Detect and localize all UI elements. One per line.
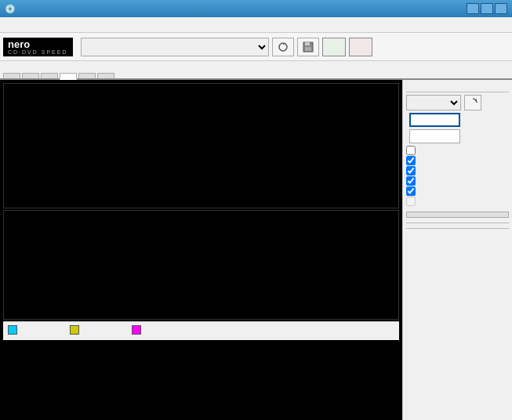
- titlebar-title-area: 💿: [5, 4, 19, 14]
- top-chart: [3, 83, 399, 208]
- drive-select[interactable]: [81, 38, 269, 56]
- end-mb-input[interactable]: [409, 129, 460, 143]
- pi-errors-header: [8, 325, 53, 335]
- titlebar-controls: [467, 3, 507, 14]
- tab-advanced-disc-quality[interactable]: [78, 73, 96, 78]
- svg-rect-3: [305, 47, 311, 51]
- tab-benchmark[interactable]: [3, 73, 20, 78]
- show-c2pif-checkbox[interactable]: [406, 166, 416, 176]
- tabs-bar: [0, 61, 512, 80]
- exit-button[interactable]: [349, 38, 372, 56]
- save-button[interactable]: [297, 38, 319, 56]
- menu-extra[interactable]: [34, 24, 44, 27]
- app-icon: 💿: [5, 4, 16, 14]
- toolbar: nero CD·DVD SPEED: [0, 33, 512, 61]
- charts-area: [0, 80, 402, 420]
- main-content: [0, 80, 512, 420]
- minimize-button[interactable]: [467, 3, 479, 14]
- show-jitter-checkbox[interactable]: [406, 176, 416, 186]
- right-panel: [402, 80, 512, 420]
- svg-rect-2: [305, 42, 310, 45]
- disc-info-section: [406, 85, 509, 87]
- show-read-speed-row: [406, 186, 509, 196]
- show-c1pie-row: [406, 156, 509, 165]
- menu-file[interactable]: [3, 24, 13, 27]
- divider-progress: [406, 228, 509, 229]
- pi-failures-header: [70, 325, 115, 335]
- start-mb-row: [406, 113, 509, 127]
- close-button[interactable]: [495, 3, 507, 14]
- quick-scan-checkbox[interactable]: [406, 146, 416, 155]
- start-button[interactable]: [322, 38, 346, 56]
- menu-run-test[interactable]: [19, 24, 28, 27]
- end-mb-row: [406, 129, 509, 143]
- jitter-color: [132, 325, 141, 335]
- settings-section: [406, 95, 509, 218]
- show-c1pie-checkbox[interactable]: [406, 156, 416, 165]
- titlebar: 💿: [0, 0, 512, 17]
- maximize-button[interactable]: [481, 3, 493, 14]
- menubar: [0, 17, 512, 33]
- refresh-button[interactable]: [272, 38, 294, 56]
- pi-failures-group: [70, 325, 115, 337]
- quick-scan-row: [406, 146, 509, 155]
- show-write-speed-checkbox[interactable]: [406, 197, 416, 206]
- menu-help[interactable]: [50, 24, 60, 27]
- pi-errors-group: [8, 325, 53, 337]
- show-c2pif-row: [406, 166, 509, 176]
- tab-scandisc[interactable]: [97, 73, 114, 78]
- pi-failures-color: [70, 325, 79, 335]
- progress-section: [406, 231, 509, 233]
- bottom-chart: [3, 210, 399, 320]
- show-jitter-row: [406, 176, 509, 186]
- start-mb-input[interactable]: [409, 113, 460, 127]
- jitter-header: [132, 325, 177, 335]
- speed-row: [406, 95, 509, 110]
- tab-disc-info[interactable]: [41, 73, 58, 78]
- divider-disc-settings: [406, 92, 509, 92]
- speed-select[interactable]: [406, 95, 461, 110]
- pi-errors-color: [8, 325, 17, 335]
- stats-bar: [3, 321, 399, 340]
- show-read-speed-checkbox[interactable]: [406, 186, 416, 196]
- show-write-speed-row: [406, 197, 509, 206]
- tab-disc-quality[interactable]: [60, 73, 77, 80]
- tab-create-disc[interactable]: [22, 73, 39, 78]
- settings-refresh-btn[interactable]: [464, 95, 481, 110]
- advanced-button[interactable]: [406, 212, 509, 218]
- jitter-group: [132, 325, 177, 337]
- nero-logo: nero CD·DVD SPEED: [3, 38, 73, 56]
- divider-quality: [406, 223, 509, 223]
